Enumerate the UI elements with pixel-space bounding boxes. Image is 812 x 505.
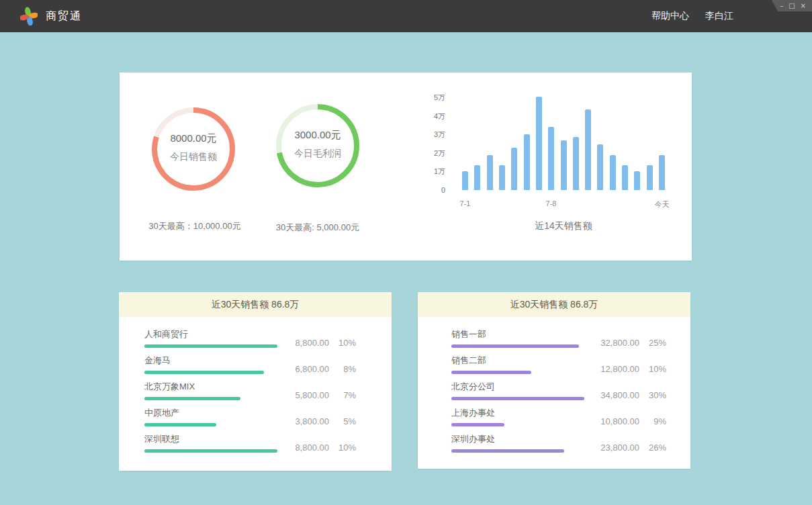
row-amount: 3,800.00 [295,416,329,426]
pinwheel-logo-icon [20,7,38,26]
row-percent: 10% [639,364,666,374]
x-tick-last: 今天 [655,199,670,210]
rank-row: 北京分公司34,800.0030% [451,381,666,408]
bar [659,155,665,190]
row-percent: 7% [329,390,356,400]
y-tick-label: 2万 [418,148,445,158]
bar [610,155,616,190]
row-progress-bar [144,449,277,453]
row-percent: 30% [639,390,666,400]
row-progress-bar [451,449,564,453]
row-values: 5,800.007% [295,390,356,400]
y-tick-label: 5万 [418,93,445,102]
bar [622,165,628,190]
row-progress-bar [451,345,579,348]
bar-plot-area [462,97,665,190]
today-profit-donut-chart [274,102,361,189]
row-amount: 23,800.00 [600,443,639,453]
sales-14-days-chart: 5万4万3万2万1万0 7-1 7-8 今天 近14天销售额 [432,93,680,234]
bar [573,137,579,190]
row-amount: 5,800.00 [295,390,329,400]
maximize-icon[interactable]: □ [788,3,795,9]
row-progress-bar [451,397,584,400]
bar [536,97,542,190]
today-profit-label: 今日毛利润 [274,148,361,160]
row-values: 3,800.005% [295,416,356,426]
bar [585,109,591,190]
row-amount: 32,800.00 [600,338,639,348]
y-tick-label: 3万 [418,130,445,139]
row-progress-bar [451,371,531,374]
rank-row: 中原地产3,800.005% [144,408,356,434]
titlebar-links: 帮助中心 李白江 [651,10,733,22]
y-tick-label: 0 [418,185,445,195]
app-title: 商贸通 [46,9,82,24]
x-tick-middle: 7-8 [546,199,557,208]
rank-row: 深圳办事处23,800.0026% [451,434,666,460]
rank-row: 金海马6,800.008% [144,355,356,381]
help-center-link[interactable]: 帮助中心 [651,10,689,22]
customers-rank-list: 人和商贸行8,800.0010%金海马6,800.008%北京万象MIX5,80… [119,317,392,460]
row-percent: 9% [639,416,666,426]
row-amount: 10,800.00 [600,416,639,426]
rank-row: 人和商贸行8,800.0010% [144,329,356,355]
bar [499,165,505,190]
today-sales-donut-chart [150,105,237,193]
row-values: 8,800.0010% [295,443,356,453]
rank-row: 销售一部32,800.0025% [451,329,666,355]
bar [548,127,554,190]
today-sales-amount: 8000.00元 [150,132,237,145]
departments-card-header: 近30天销售额 86.8万 [418,292,690,317]
row-percent: 10% [329,443,356,453]
row-percent: 10% [329,338,356,348]
row-amount: 8,800.00 [295,443,329,453]
row-progress-bar [451,423,504,426]
row-values: 10,800.009% [600,416,666,426]
bar [487,155,493,190]
rank-row: 销售二部12,800.0010% [451,355,666,381]
row-progress-bar [144,397,240,400]
window-controls: – □ × [772,0,812,11]
departments-sales-card: 近30天销售额 86.8万 销售一部32,800.0025%销售二部12,800… [418,292,690,469]
bar [474,165,480,190]
overview-card: 8000.00元 今日销售额 30天最高：10,000.00元 3000.00元… [120,73,692,261]
today-profit-amount: 3000.00元 [274,129,361,142]
row-percent: 26% [639,443,666,453]
departments-rank-list: 销售一部32,800.0025%销售二部12,800.0010%北京分公司34,… [418,317,690,460]
today-profit-donut: 3000.00元 今日毛利润 [274,102,361,189]
close-icon[interactable]: × [801,3,806,9]
row-values: 8,800.0010% [295,338,356,348]
bar [561,140,567,191]
row-percent: 8% [329,364,356,374]
today-sales-donut: 8000.00元 今日销售额 [150,105,237,193]
x-tick-first: 7-1 [460,199,471,208]
row-amount: 8,800.00 [295,338,329,348]
row-amount: 6,800.00 [295,364,329,374]
row-percent: 25% [639,338,666,348]
titlebar: 商贸通 帮助中心 李白江 – □ × [0,0,812,32]
bar [524,134,530,190]
bar [597,144,603,190]
bar [511,148,517,191]
row-progress-bar [144,423,216,426]
row-percent: 5% [329,416,356,426]
row-amount: 12,800.00 [600,364,639,374]
user-name-link[interactable]: 李白江 [705,10,733,22]
today-profit-30day-max: 30天最高: 5,000.00元 [240,222,395,234]
rank-row: 深圳联想8,800.0010% [144,434,356,460]
customers-sales-card: 近30天销售额 86.8万 人和商贸行8,800.0010%金海马6,800.0… [119,292,392,471]
row-progress-bar [144,371,264,374]
bar [462,171,468,190]
row-values: 32,800.0025% [600,338,666,348]
row-values: 6,800.008% [295,364,356,374]
row-values: 12,800.0010% [600,364,666,374]
bar-chart-title: 近14天销售额 [462,220,665,232]
y-tick-label: 1万 [418,167,445,176]
bar [634,171,640,190]
row-amount: 34,800.00 [600,390,639,400]
bar [647,165,653,190]
today-sales-label: 今日销售额 [150,151,237,163]
row-values: 23,800.0026% [600,443,666,453]
minimize-icon[interactable]: – [780,3,783,9]
row-values: 34,800.0030% [600,390,666,400]
